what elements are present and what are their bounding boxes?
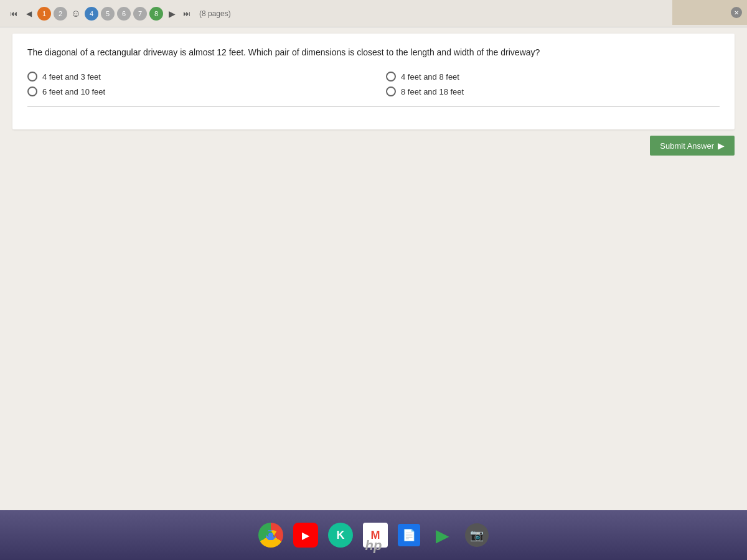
page-4-button[interactable]: 4 bbox=[85, 7, 98, 21]
page-6-button[interactable]: 6 bbox=[117, 7, 131, 21]
question-text: The diagonal of a rectangular driveway i… bbox=[27, 46, 720, 59]
option-3[interactable]: 4 feet and 8 feet bbox=[386, 72, 720, 82]
play-store-icon[interactable]: ▶ bbox=[430, 523, 455, 548]
page-8-button[interactable]: 8 bbox=[149, 7, 163, 21]
main-screen: ✕ ⏮ ◀ 1 2 ☺ 4 5 6 7 8 ▶ ⏭ (8 pages) The … bbox=[0, 0, 747, 510]
docs-icon[interactable]: 📄 bbox=[398, 524, 420, 546]
radio-4[interactable] bbox=[386, 86, 396, 96]
camera-icon[interactable]: 📷 bbox=[465, 523, 489, 547]
option-1[interactable]: 4 feet and 3 feet bbox=[27, 72, 361, 82]
radio-2[interactable] bbox=[27, 86, 37, 96]
pages-label: (8 pages) bbox=[199, 9, 231, 18]
option-2[interactable]: 6 feet and 10 feet bbox=[27, 86, 361, 96]
submit-arrow-icon: ▶ bbox=[718, 141, 725, 151]
option-3-label: 4 feet and 8 feet bbox=[401, 72, 459, 82]
play-button[interactable]: ▶ bbox=[166, 7, 178, 20]
khan-academy-icon[interactable]: K bbox=[328, 523, 353, 548]
svg-point-1 bbox=[268, 533, 273, 538]
divider bbox=[27, 106, 720, 107]
options-grid: 4 feet and 3 feet 4 feet and 8 feet 6 fe… bbox=[27, 72, 720, 96]
first-page-button[interactable]: ⏮ bbox=[7, 7, 20, 20]
hp-logo: hp bbox=[365, 538, 382, 554]
prev-page-button[interactable]: ◀ bbox=[22, 7, 35, 20]
submit-area: Submit Answer ▶ bbox=[0, 136, 747, 156]
last-page-button[interactable]: ⏭ bbox=[181, 7, 193, 20]
radio-1[interactable] bbox=[27, 72, 37, 82]
submit-button[interactable]: Submit Answer ▶ bbox=[650, 136, 735, 156]
close-button[interactable]: ✕ bbox=[731, 7, 742, 18]
option-4-label: 8 feet and 18 feet bbox=[401, 87, 464, 96]
radio-3[interactable] bbox=[386, 72, 396, 82]
youtube-icon[interactable]: ▶ bbox=[293, 523, 318, 548]
page-2-button[interactable]: 2 bbox=[54, 7, 67, 21]
page-5-button[interactable]: 5 bbox=[101, 7, 115, 21]
toolbar: ⏮ ◀ 1 2 ☺ 4 5 6 7 8 ▶ ⏭ (8 pages) bbox=[0, 0, 747, 27]
page-1-button[interactable]: 1 bbox=[37, 7, 51, 21]
face-icon: ☺ bbox=[70, 7, 82, 20]
option-2-label: 6 feet and 10 feet bbox=[42, 87, 105, 96]
question-container: The diagonal of a rectangular driveway i… bbox=[12, 34, 735, 129]
option-4[interactable]: 8 feet and 18 feet bbox=[386, 86, 720, 96]
option-1-label: 4 feet and 3 feet bbox=[42, 72, 101, 82]
submit-label: Submit Answer bbox=[660, 141, 714, 151]
top-right-area: ✕ bbox=[672, 0, 747, 25]
page-7-button[interactable]: 7 bbox=[133, 7, 147, 21]
chrome-icon[interactable] bbox=[258, 523, 283, 548]
